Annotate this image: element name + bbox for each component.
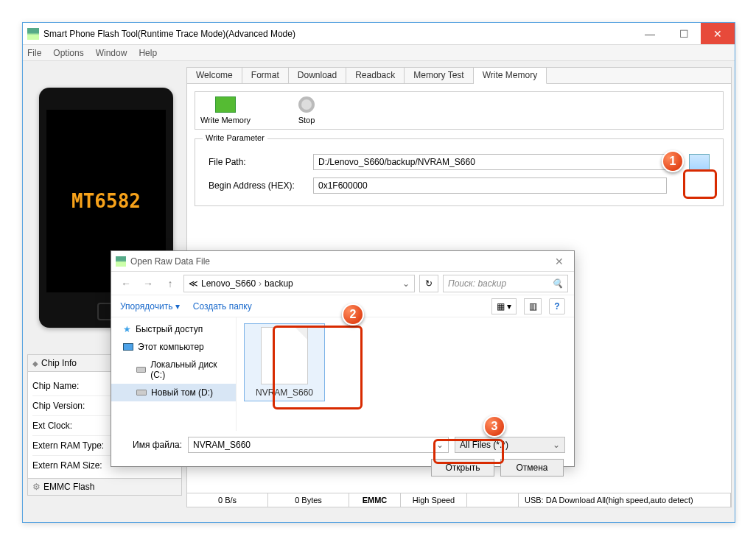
star-icon <box>123 324 131 334</box>
status-bytes: 0 Bytes <box>268 493 349 507</box>
dialog-file-list[interactable]: NVRAM_S660 <box>237 317 574 431</box>
close-button[interactable]: ✕ <box>701 23 735 44</box>
tab-write-memory[interactable]: Write Memory <box>474 68 547 84</box>
browse-button[interactable] <box>689 154 710 170</box>
stop-label: Stop <box>298 116 315 124</box>
dialog-close-button[interactable]: ✕ <box>549 256 570 267</box>
app-icon <box>27 28 39 40</box>
status-mode: High Speed <box>401 493 467 507</box>
dialog-buttons: Открыть Отмена <box>120 459 565 477</box>
dialog-title: Open Raw Data File <box>130 256 549 267</box>
sidebar-pc-label: Этот компьютер <box>138 342 204 352</box>
breadcrumb-root-icon: ≪ <box>189 278 198 289</box>
file-item-label: NVRAM_S660 <box>256 387 313 398</box>
titlebar: Smart Phone Flash Tool(Runtime Trace Mod… <box>23 23 735 45</box>
callout-3: 3 <box>483 415 505 437</box>
begin-address-label: Begin Address (HEX): <box>209 180 304 191</box>
chip-info-title: Chip Info <box>41 358 77 368</box>
dialog-titlebar: Open Raw Data File ✕ <box>111 251 574 272</box>
chip-icon <box>32 358 38 368</box>
callout-1: 1 <box>662 150 684 172</box>
pc-icon <box>123 343 133 351</box>
gear-icon <box>32 482 41 492</box>
file-type-value: All Files (*.*) <box>460 440 508 450</box>
toolbar: Write Memory Stop <box>195 91 724 130</box>
menu-options[interactable]: Options <box>53 48 83 58</box>
sidebar-local-disk-c[interactable]: Локальный диск (C:) <box>111 356 236 384</box>
filename-label: Имя файла: <box>120 440 182 450</box>
cancel-button[interactable]: Отмена <box>500 459 564 477</box>
breadcrumb-seg1[interactable]: Lenovo_S660 <box>201 278 256 289</box>
file-icon <box>261 327 308 384</box>
nav-forward-button[interactable]: → <box>139 275 157 292</box>
preview-pane-button[interactable]: ▥ <box>524 298 542 314</box>
stop-button[interactable]: Stop <box>281 96 332 124</box>
tab-welcome[interactable]: Welcome <box>187 68 242 83</box>
file-item-nvram[interactable]: NVRAM_S660 <box>244 323 325 401</box>
status-empty <box>467 493 519 507</box>
open-button[interactable]: Открыть <box>431 459 494 477</box>
file-path-row: File Path: D:/Lenovo_S660/backup/NVRAM_S… <box>209 154 710 170</box>
sidebar-quick-label: Быстрый доступ <box>136 324 203 334</box>
tab-format[interactable]: Format <box>242 68 289 83</box>
menu-file[interactable]: File <box>27 48 41 58</box>
status-storage: EMMC <box>349 493 401 507</box>
breadcrumb-dropdown-icon[interactable]: ⌄ <box>402 278 410 289</box>
chevron-down-icon[interactable]: ⌄ <box>553 440 560 450</box>
breadcrumb[interactable]: ≪ Lenovo_S660 › backup ⌄ <box>183 275 415 292</box>
write-memory-label: Write Memory <box>200 116 251 124</box>
dialog-bottom: Имя файла: NVRAM_S660 ⌄ All Files (*.*) … <box>111 431 574 482</box>
callout-2: 2 <box>342 303 364 326</box>
sidebar-new-volume-d[interactable]: Новый том (D:) <box>111 384 236 401</box>
new-folder-button[interactable]: Создать папку <box>193 301 252 312</box>
menu-window[interactable]: Window <box>96 48 127 58</box>
file-path-label: File Path: <box>209 157 304 167</box>
open-file-dialog: Open Raw Data File ✕ ← → ↑ ≪ Lenovo_S660… <box>111 250 575 467</box>
write-memory-button[interactable]: Write Memory <box>200 96 251 124</box>
help-button[interactable]: ? <box>549 298 565 314</box>
write-parameter-group: Write Parameter File Path: D:/Lenovo_S66… <box>195 138 724 206</box>
write-parameter-legend: Write Parameter <box>203 133 267 142</box>
stop-icon <box>298 96 315 113</box>
sidebar-this-pc[interactable]: Этот компьютер <box>111 338 236 356</box>
disk-icon <box>136 367 146 373</box>
window-title: Smart Phone Flash Tool(Runtime Trace Mod… <box>43 29 633 39</box>
minimize-button[interactable]: — <box>633 23 667 44</box>
ram-icon <box>215 96 236 113</box>
file-path-input[interactable]: D:/Lenovo_S660/backup/NVRAM_S660 <box>313 154 676 170</box>
tab-download[interactable]: Download <box>289 68 346 83</box>
sidebar-quick-access[interactable]: Быстрый доступ <box>111 320 236 338</box>
window-controls: — ☐ ✕ <box>633 23 735 44</box>
dialog-app-icon <box>116 256 126 267</box>
dialog-nav: ← → ↑ ≪ Lenovo_S660 › backup ⌄ ↻ Поиск: … <box>111 272 574 295</box>
dialog-body: Быстрый доступ Этот компьютер Локальный … <box>111 317 574 431</box>
view-mode-button[interactable]: ▦ ▾ <box>491 298 517 314</box>
tab-content: Write Memory Stop Write Parameter File P… <box>187 84 731 214</box>
maximize-button[interactable]: ☐ <box>667 23 701 44</box>
breadcrumb-separator-icon: › <box>259 278 262 289</box>
status-usb: USB: DA Download All(high speed,auto det… <box>519 493 731 507</box>
status-speed: 0 B/s <box>187 493 268 507</box>
sidebar-d-label: Новый том (D:) <box>151 387 213 398</box>
status-bar: 0 B/s 0 Bytes EMMC High Speed USB: DA Do… <box>186 493 732 507</box>
search-icon: 🔍 <box>552 278 563 289</box>
tabs: Welcome Format Download Readback Memory … <box>187 68 731 84</box>
nav-back-button[interactable]: ← <box>117 275 135 292</box>
breadcrumb-seg2[interactable]: backup <box>265 278 293 289</box>
dialog-sidebar: Быстрый доступ Этот компьютер Локальный … <box>111 317 237 431</box>
filename-value: NVRAM_S660 <box>193 440 251 450</box>
tab-readback[interactable]: Readback <box>346 68 405 83</box>
search-placeholder: Поиск: backup <box>448 278 506 289</box>
search-input[interactable]: Поиск: backup 🔍 <box>443 275 568 292</box>
menu-help[interactable]: Help <box>139 48 157 58</box>
chevron-down-icon[interactable]: ⌄ <box>436 440 444 450</box>
filename-input[interactable]: NVRAM_S660 ⌄ <box>188 437 449 453</box>
phone-chip-label: MT6582 <box>71 190 141 212</box>
begin-address-row: Begin Address (HEX): 0x1F600000 <box>209 177 710 194</box>
begin-address-input[interactable]: 0x1F600000 <box>313 177 667 194</box>
nav-up-button[interactable]: ↑ <box>161 275 179 292</box>
tab-memory-test[interactable]: Memory Test <box>405 68 473 83</box>
organize-menu[interactable]: Упорядочить ▾ <box>120 301 180 312</box>
refresh-button[interactable]: ↻ <box>419 275 438 292</box>
file-type-select[interactable]: All Files (*.*) ⌄ <box>455 437 565 453</box>
